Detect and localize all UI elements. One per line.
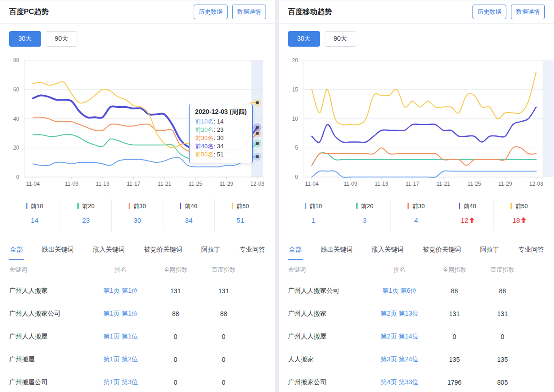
legend-item: 前2023 (60, 199, 112, 231)
tab-4[interactable]: 阿拉丁 (479, 239, 500, 260)
legend-item: 前4012 (442, 199, 494, 231)
tab-1[interactable]: 跌出关键词 (320, 239, 353, 260)
legend-marker (26, 203, 27, 209)
series-end-dot (256, 132, 259, 135)
legend-marker (407, 203, 409, 209)
tooltip-item: 前50名: 51 (195, 150, 247, 159)
tab-5[interactable]: 专业问答 (239, 239, 266, 260)
legend-value: 23 (60, 216, 111, 224)
dashboard: 百度PC趋势历史数据数据详情30天90天02040608011-0411-091… (0, 0, 554, 392)
x-axis-label: 12-03 (529, 181, 543, 187)
x-axis-label: 11-21 (436, 181, 450, 187)
legend-label-row: 前10 (9, 202, 60, 210)
tooltip-separator: : (213, 151, 217, 158)
legend-value-text: 51 (237, 216, 244, 224)
all-index-cell: 88 (152, 310, 200, 317)
legend-value-text: 23 (82, 216, 90, 224)
header-buttons: 历史数据数据详情 (189, 5, 266, 19)
legend-item: 前203 (339, 199, 391, 231)
history-data-button[interactable]: 历史数据 (194, 5, 228, 19)
tooltip-item: 前40名: 34 (195, 142, 247, 150)
rank-link[interactable]: 第1页 第3位 (90, 378, 152, 387)
column-header: 百度指数 (200, 266, 248, 274)
y-axis-label: 40 (13, 116, 20, 122)
chart-tooltip: 2020-12-03 (周四)前10名: 14前20名: 23前30名: 30前… (189, 104, 253, 163)
keyword-cell: 广州人人搬家 (9, 287, 90, 295)
legend-label-row: 前50 (494, 202, 545, 210)
legend-label: 前30 (412, 203, 424, 209)
table-row: 广州人人搬家公司第1页 第1位8888 (0, 302, 275, 325)
rank-link[interactable]: 第1页 第2位 (90, 355, 152, 364)
x-axis-label: 12-03 (250, 181, 265, 187)
rank-link[interactable]: 第1页 第1位 (90, 310, 152, 318)
data-detail-button[interactable]: 数据详情 (232, 5, 266, 19)
legend-label: 前10 (310, 203, 322, 209)
table-row: 广州搬屋第1页 第2位00 (0, 348, 275, 371)
tab-1[interactable]: 跌出关键词 (41, 239, 75, 260)
table-row: 广州搬屋公司第1页 第3位00 (0, 371, 275, 392)
chart-area: 0510152011-0411-0911-1311-1711-2111-2511… (288, 57, 545, 190)
range-button-30d[interactable]: 30天 (288, 31, 320, 47)
rank-link[interactable]: 第2页 第13位 (369, 310, 430, 318)
range-button-90d[interactable]: 90天 (46, 31, 78, 47)
x-axis-label: 11-29 (499, 181, 512, 187)
series-line-前10 (312, 171, 536, 177)
baidu-index-cell: 0 (200, 356, 248, 363)
table-header-row: 关键词排名全网指数百度指数 (0, 260, 275, 279)
tooltip-item: 前10名: 14 (195, 118, 247, 126)
tooltip-date: 2020-12-03 (周四) (195, 108, 247, 116)
series-end-dot (256, 155, 259, 158)
x-axis-label: 11-25 (467, 181, 481, 187)
tooltip-value: 30 (217, 134, 223, 141)
range-button-90d[interactable]: 90天 (325, 31, 357, 47)
tooltip-item: 前20名: 23 (195, 126, 247, 134)
all-index-cell: 0 (152, 333, 200, 340)
legend-value: 3 (339, 216, 390, 224)
tab-2[interactable]: 涨入关键词 (371, 239, 405, 260)
tooltip-series-label: 前50名 (195, 151, 213, 158)
keyword-cell: 广州搬家公司 (288, 378, 369, 387)
tab-0[interactable]: 全部 (9, 239, 24, 260)
x-axis-label: 11-29 (220, 181, 234, 187)
all-index-cell: 1796 (430, 379, 478, 386)
keyword-cell: 广州人人搬屋 (9, 333, 90, 341)
history-data-button[interactable]: 历史数据 (473, 5, 506, 19)
tab-3[interactable]: 被竞价关键词 (422, 239, 462, 260)
legend-value-text: 14 (31, 216, 38, 224)
legend-item: 前4034 (163, 199, 215, 231)
rank-link[interactable]: 第1页 第1位 (90, 287, 152, 295)
tab-5[interactable]: 专业问答 (517, 239, 545, 260)
legend-value: 14 (9, 216, 60, 224)
panel-baidu-mobile-trend: 百度移动趋势历史数据数据详情30天90天0510152011-0411-0911… (279, 0, 554, 392)
legend-label: 前20 (361, 203, 373, 209)
table-row: 广州搬家公司第4页 第33位1796805 (279, 371, 554, 392)
tab-4[interactable]: 阿拉丁 (201, 239, 222, 260)
keyword-tabs: 全部跌出关键词涨入关键词被竞价关键词阿拉丁专业问答 (279, 239, 554, 260)
legend-value-text: 4 (414, 216, 418, 224)
tab-0[interactable]: 全部 (288, 239, 303, 260)
all-index-cell: 0 (152, 379, 200, 386)
baidu-index-cell: 131 (200, 287, 248, 295)
table-row: 广州人人搬屋第1页 第1位00 (0, 325, 275, 348)
all-index-cell: 88 (430, 287, 478, 295)
rank-link[interactable]: 第2页 第14位 (369, 333, 430, 341)
tooltip-series-label: 前10名 (195, 118, 213, 125)
hover-band-edge (543, 60, 554, 177)
range-button-30d[interactable]: 30天 (9, 31, 41, 47)
series-line-前30 (312, 147, 536, 166)
rank-link[interactable]: 第1页 第1位 (90, 333, 152, 341)
data-detail-button[interactable]: 数据详情 (511, 5, 545, 19)
rank-link[interactable]: 第4页 第33位 (369, 378, 430, 387)
keyword-cell: 广州搬屋 (9, 355, 90, 364)
keyword-cell: 广州搬屋公司 (9, 378, 90, 387)
legend-label-row: 前20 (339, 202, 390, 210)
rank-link[interactable]: 第3页 第24位 (369, 355, 430, 364)
tab-3[interactable]: 被竞价关键词 (143, 239, 183, 260)
tab-2[interactable]: 涨入关键词 (92, 239, 126, 260)
rank-link[interactable]: 第1页 第6位 (369, 287, 430, 295)
panel-baidu-pc-trend: 百度PC趋势历史数据数据详情30天90天02040608011-0411-091… (0, 0, 275, 392)
table-row: 广州人人搬家第2页 第13位131131 (279, 302, 554, 325)
x-axis-label: 11-09 (65, 181, 79, 187)
all-index-cell: 0 (430, 333, 478, 340)
legend-marker (180, 203, 181, 209)
